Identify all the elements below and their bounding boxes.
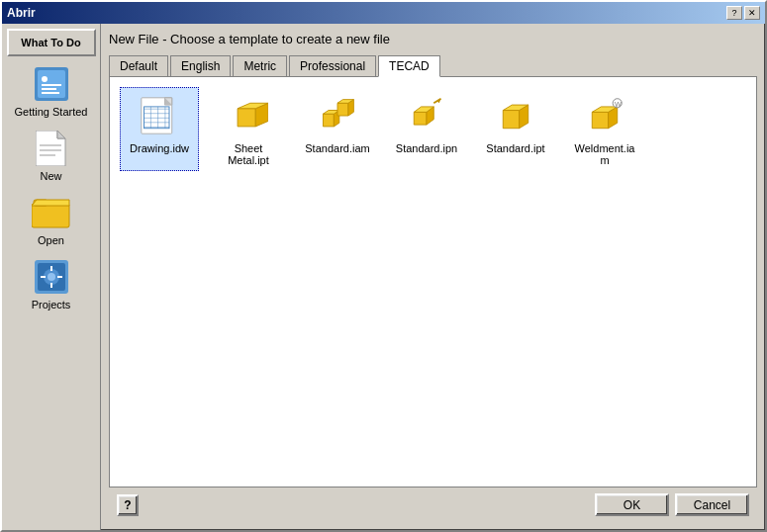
- window-body: What To Do Getting Started: [2, 24, 765, 530]
- standard-ipt-label: Standard.ipt: [486, 142, 544, 154]
- svg-rect-21: [57, 276, 62, 278]
- close-titlebar-button[interactable]: ✕: [744, 6, 760, 20]
- sidebar-item-getting-started[interactable]: Getting Started: [12, 61, 91, 121]
- help-button[interactable]: ?: [117, 494, 139, 516]
- svg-rect-31: [157, 107, 158, 129]
- window-title: Abrir: [7, 6, 36, 20]
- file-grid: Drawing.idw Sheet Metal.ipt: [120, 87, 746, 171]
- standard-iam-label: Standard.iam: [305, 142, 369, 154]
- bottom-bar: ? OK Cancel: [109, 488, 757, 522]
- svg-rect-10: [40, 154, 55, 156]
- open-icon: [32, 193, 71, 232]
- drawing-idw-label: Drawing.idw: [130, 142, 189, 154]
- svg-rect-19: [50, 283, 52, 288]
- file-item-sheet-metal[interactable]: Sheet Metal.ipt: [209, 87, 288, 171]
- svg-text:W: W: [615, 100, 622, 109]
- file-browser: Drawing.idw Sheet Metal.ipt: [109, 76, 757, 488]
- sidebar-item-projects[interactable]: Projects: [12, 254, 91, 313]
- sidebar-item-new[interactable]: New: [12, 126, 91, 185]
- file-item-standard-iam[interactable]: Standard.iam: [298, 87, 377, 171]
- svg-rect-9: [40, 149, 61, 151]
- main-area: New File - Choose a template to create a…: [101, 24, 765, 530]
- file-item-standard-ipn[interactable]: Standard.ipn: [387, 87, 466, 171]
- svg-marker-51: [592, 112, 608, 128]
- svg-point-17: [48, 273, 55, 281]
- sidebar-item-open[interactable]: Open: [12, 190, 91, 249]
- tab-metric[interactable]: Metric: [233, 55, 287, 77]
- what-to-do-button[interactable]: What To Do: [7, 29, 96, 56]
- titlebar-buttons: ? ✕: [726, 6, 760, 20]
- bottom-right-buttons: OK Cancel: [595, 493, 749, 516]
- svg-marker-37: [323, 114, 334, 127]
- getting-started-icon: [32, 64, 71, 104]
- sheet-metal-label: Sheet Metal.ipt: [214, 142, 283, 166]
- tab-default[interactable]: Default: [109, 55, 168, 77]
- titlebar: Abrir ? ✕: [2, 2, 765, 24]
- svg-marker-7: [57, 131, 65, 138]
- standard-ipn-icon: [403, 92, 450, 139]
- svg-marker-34: [238, 109, 255, 127]
- svg-rect-20: [41, 276, 46, 278]
- projects-icon: [32, 257, 71, 297]
- drawing-idw-icon: [136, 92, 183, 139]
- standard-ipt-icon: [492, 92, 539, 139]
- weldment-iam-label: Weldment.iam: [570, 142, 639, 166]
- help-titlebar-button[interactable]: ?: [726, 6, 742, 20]
- svg-rect-32: [164, 107, 165, 129]
- sheet-metal-icon: [225, 92, 272, 139]
- svg-marker-40: [337, 103, 348, 116]
- ok-button[interactable]: OK: [595, 493, 669, 516]
- file-item-standard-ipt[interactable]: Standard.ipt: [476, 87, 555, 171]
- tab-professional[interactable]: Professional: [289, 55, 376, 77]
- main-title: New File - Choose a template to create a…: [109, 32, 757, 46]
- svg-rect-3: [42, 84, 61, 86]
- file-item-drawing-idw[interactable]: Drawing.idw: [120, 87, 199, 171]
- tab-english[interactable]: English: [170, 55, 231, 77]
- svg-marker-43: [414, 112, 427, 125]
- svg-rect-8: [40, 144, 61, 146]
- svg-rect-5: [42, 92, 59, 94]
- projects-label: Projects: [32, 299, 71, 310]
- svg-rect-12: [32, 204, 69, 227]
- standard-iam-icon: [314, 92, 361, 139]
- svg-rect-4: [42, 88, 56, 90]
- file-item-weldment-iam[interactable]: W Weldment.iam: [565, 87, 644, 171]
- standard-ipn-label: Standard.ipn: [396, 142, 457, 154]
- weldment-iam-icon: W: [581, 92, 628, 139]
- svg-point-2: [42, 76, 48, 82]
- getting-started-label: Getting Started: [15, 106, 88, 118]
- svg-marker-48: [503, 111, 519, 129]
- svg-rect-18: [50, 266, 52, 271]
- cancel-button[interactable]: Cancel: [675, 493, 749, 516]
- tabs-container: Default English Metric Professional TECA…: [109, 54, 757, 76]
- new-label: New: [40, 170, 61, 182]
- sidebar: What To Do Getting Started: [2, 24, 101, 530]
- tab-tecad[interactable]: TECAD: [378, 55, 440, 77]
- open-label: Open: [38, 234, 64, 246]
- new-icon: [32, 129, 71, 168]
- svg-rect-30: [150, 107, 151, 129]
- main-window: Abrir ? ✕ What To Do: [0, 0, 767, 532]
